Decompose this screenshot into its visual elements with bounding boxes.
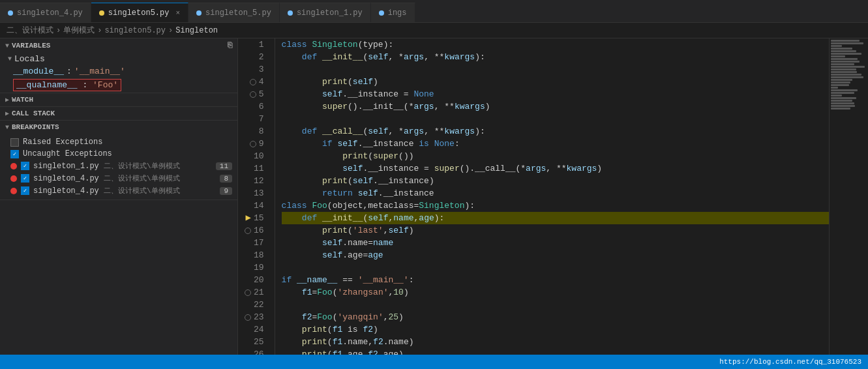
copy-icon[interactable]: ⎘: [228, 41, 232, 50]
bp-file-checkbox[interactable]: [21, 162, 29, 170]
tab-dot: [99, 10, 104, 16]
variables-arrow: ▼: [5, 42, 9, 50]
mbar: [831, 55, 845, 57]
tab-singleton5b[interactable]: singleton_5.py: [188, 3, 280, 22]
mbar: [831, 66, 865, 68]
tab-dot: [196, 10, 202, 16]
mbar: [831, 105, 855, 107]
tab-dot: [379, 10, 384, 16]
line-num-5: 5: [245, 88, 268, 100]
tab-close-icon[interactable]: ×: [175, 9, 180, 17]
status-url: https://blog.csdn.net/qq_31076523: [719, 358, 861, 366]
line-num-10: 10: [245, 150, 268, 162]
current-arrow: ▶: [246, 212, 251, 224]
code-lines: class Singleton(type): def __init__(self…: [275, 38, 829, 355]
mbar: [831, 100, 852, 102]
line-num-16: 16: [245, 224, 268, 237]
breadcrumb-sep: ›: [97, 26, 102, 35]
tab-singleton4[interactable]: singleton_4.py: [0, 3, 91, 22]
line-num-23: 23: [245, 311, 268, 323]
breakpoints-label: BREAKPOINTS: [12, 123, 59, 131]
bp-file-checkbox[interactable]: [21, 174, 29, 183]
tab-label: singleton5.py: [108, 8, 170, 18]
callstack-arrow: ▶: [5, 110, 9, 117]
tab-dot: [288, 10, 293, 16]
mbar: [831, 61, 860, 63]
mbar: [831, 84, 849, 86]
variables-section: ▼ VARIABLES ⎘ ▼ Locals __module__ : '__m…: [0, 38, 237, 93]
variables-label: VARIABLES: [12, 42, 50, 50]
bp-file-checkbox[interactable]: [21, 186, 29, 195]
code-line-6: super().__init__(*args, **kwargs): [282, 100, 829, 113]
mbar: [831, 79, 852, 81]
variables-header[interactable]: ▼ VARIABLES ⎘: [0, 38, 237, 53]
mbar: [831, 89, 858, 91]
tab-bar: singleton_4.py singleton5.py × singleton…: [0, 0, 868, 23]
tab-label: singleton_1.py: [297, 8, 363, 18]
line-num-24: 24: [245, 323, 268, 336]
breadcrumb: 二、设计模式 › 单例模式 › singleton5.py › Singleto…: [0, 23, 868, 38]
code-line-7: [282, 113, 829, 125]
locals-tree-item[interactable]: ▼ Locals: [5, 53, 237, 65]
mbar: [831, 87, 838, 89]
mbar: [831, 108, 850, 110]
sidebar: ▼ VARIABLES ⎘ ▼ Locals __module__ : '__m…: [0, 38, 238, 355]
callstack-header[interactable]: ▶ CALL STACK: [0, 107, 237, 120]
mbar: [831, 48, 852, 50]
bp-count: 11: [216, 162, 232, 170]
code-line-23: f2=Foo('yangqin',25): [282, 311, 829, 323]
variables-content: ▼ Locals __module__ : '__main__' __qualn…: [0, 53, 237, 93]
line-num-7: 7: [245, 113, 268, 125]
var-qualname[interactable]: __qualname__ : 'Foo': [5, 78, 237, 93]
code-line-26: print(f1.age,f2.age): [282, 348, 829, 355]
bp-red-dot: [10, 175, 17, 182]
breadcrumb-part: 单例模式: [63, 25, 95, 36]
code-line-16: print('last',self): [282, 224, 829, 237]
breakpoints-header[interactable]: ▼ BREAKPOINTS: [0, 121, 237, 134]
watch-section: ▶ WATCH: [0, 93, 237, 107]
bp-file-detail: 二、设计模式\单例模式: [104, 175, 180, 183]
code-line-15: def __init__(self,name,age):: [282, 212, 829, 224]
line-num-4: 4: [245, 76, 268, 88]
bp-raised-exceptions: Raised Exceptions: [10, 136, 232, 148]
code-line-25: print(f1.name,f2.name): [282, 336, 829, 348]
code-line-2: def __init__(self, *args, **kwargs):: [282, 51, 829, 63]
tab-singleton5[interactable]: singleton5.py ×: [91, 3, 188, 22]
breakpoints-arrow: ▼: [5, 124, 9, 131]
line-numbers: 1 2 3 4 5 6 7 8 9 10 11 12 13 14 ▶15 16 …: [238, 38, 275, 355]
line-num-20: 20: [245, 274, 268, 286]
mbar: [831, 63, 854, 65]
breakpoints-content: Raised Exceptions Uncaught Exceptions si…: [0, 134, 237, 199]
breadcrumb-sep: ›: [168, 26, 173, 35]
var-module[interactable]: __module__ : '__main__': [5, 65, 237, 78]
bp-count: 8: [220, 175, 232, 183]
mbar: [831, 42, 863, 44]
line-num-22: 22: [245, 299, 268, 311]
mbar: [831, 102, 854, 104]
mbar: [831, 71, 857, 73]
line-num-6: 6: [245, 100, 268, 113]
bp-file-detail: 二、设计模式\单例模式: [104, 187, 180, 195]
line-num-17: 17: [245, 237, 268, 249]
line-num-21: 21: [245, 286, 268, 299]
line-num-15: ▶15: [245, 212, 268, 224]
breadcrumb-sep: ›: [56, 26, 61, 35]
watch-header[interactable]: ▶ WATCH: [0, 93, 237, 106]
tab-ings[interactable]: ings: [371, 3, 415, 22]
code-line-1: class Singleton(type):: [282, 38, 829, 51]
code-line-13: return self.__instance: [282, 187, 829, 199]
bottom-bar: https://blog.csdn.net/qq_31076523: [0, 355, 868, 369]
code-line-21: f1=Foo('zhangsan',10): [282, 286, 829, 299]
tab-label: singleton_5.py: [205, 8, 271, 18]
editor-area[interactable]: 1 2 3 4 5 6 7 8 9 10 11 12 13 14 ▶15 16 …: [238, 38, 868, 355]
mbar: [831, 40, 860, 42]
line-num-12: 12: [245, 175, 268, 187]
tab-singleton1[interactable]: singleton_1.py: [280, 3, 371, 22]
bp-uncaught-checkbox[interactable]: [10, 150, 19, 158]
code-line-18: self.age=age: [282, 249, 829, 261]
bp-red-dot: [10, 188, 17, 194]
mbar: [831, 97, 856, 99]
line-num-11: 11: [245, 162, 268, 175]
code-line-3: [282, 63, 829, 76]
bp-raised-checkbox[interactable]: [10, 138, 19, 147]
